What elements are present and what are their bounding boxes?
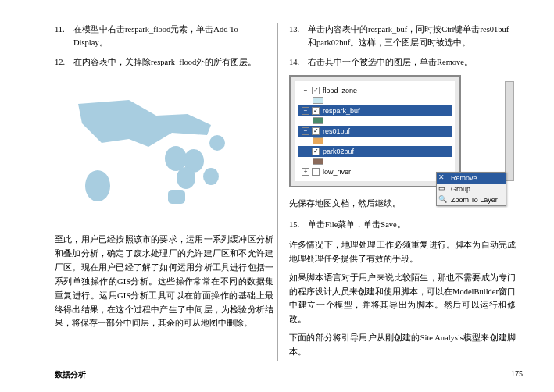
right-para3: 下面的部分将引导用户从刚创建的Site Analysis模型来创建脚本。 bbox=[289, 331, 516, 359]
menu-label: Group bbox=[451, 185, 470, 193]
swatch-park02 bbox=[313, 158, 323, 165]
layer-low-river[interactable]: + low_river bbox=[298, 166, 452, 177]
right-para2: 如果脚本语言对于用户来说比较陌生，那也不需要成为专门的程序设计人员来创建和使用脚… bbox=[289, 271, 516, 326]
remove-icon: ✕ bbox=[438, 173, 445, 181]
num-13: 13. bbox=[289, 23, 308, 50]
menu-remove[interactable]: ✕ Remove bbox=[437, 173, 506, 184]
txt-11: 在模型中右击respark_flood元素，单击Add To Display。 bbox=[73, 23, 273, 50]
txt-13: 单击内容表中的respark_buf，同时按Ctrl键单击res01buf和pa… bbox=[308, 23, 516, 50]
num-11: 11. bbox=[55, 23, 73, 50]
swatch-respark bbox=[313, 117, 323, 124]
list-item-14: 14. 右击其中一个被选中的图层，单击Remove。 bbox=[289, 56, 516, 69]
num-14: 14. bbox=[289, 56, 308, 69]
scrollbar[interactable] bbox=[505, 81, 514, 181]
layer-park02buf[interactable]: − ✓ park02buf bbox=[298, 146, 452, 157]
collapse-icon[interactable]: − bbox=[302, 87, 309, 94]
swatch-flood bbox=[313, 97, 323, 104]
svg-point-0 bbox=[165, 146, 187, 171]
checkbox-icon[interactable]: ✓ bbox=[312, 107, 320, 115]
map-illustration bbox=[55, 77, 273, 217]
menu-zoom[interactable]: 🔍 Zoom To Layer bbox=[437, 194, 506, 205]
checkbox-icon[interactable]: ✓ bbox=[312, 148, 320, 155]
footer-section: 数据分析 bbox=[55, 369, 86, 380]
list-item-15: 15. 单击File菜单，单击Save。 bbox=[289, 219, 516, 232]
group-icon: ▭ bbox=[438, 184, 445, 192]
zoom-icon: 🔍 bbox=[438, 195, 447, 203]
num-15: 15. bbox=[289, 219, 308, 232]
checkbox-icon[interactable] bbox=[312, 168, 320, 176]
svg-point-5 bbox=[209, 135, 225, 151]
txt-12: 在内容表中，关掉除respark_flood外的所有图层。 bbox=[73, 56, 273, 69]
page-number: 175 bbox=[511, 369, 523, 380]
collapse-icon[interactable]: − bbox=[302, 148, 309, 155]
checkbox-icon[interactable]: ✓ bbox=[312, 87, 320, 94]
menu-label: Remove bbox=[451, 174, 477, 182]
expand-icon[interactable]: + bbox=[302, 168, 309, 176]
layer-res01buf[interactable]: − ✓ res01buf bbox=[298, 126, 452, 137]
svg-point-2 bbox=[177, 167, 195, 189]
svg-rect-3 bbox=[168, 190, 185, 204]
layer-label: park02buf bbox=[323, 148, 354, 155]
list-item-12: 12. 在内容表中，关掉除respark_flood外的所有图层。 bbox=[55, 56, 273, 69]
svg-point-4 bbox=[85, 170, 110, 201]
checkbox-icon[interactable]: ✓ bbox=[312, 127, 320, 135]
layers-panel: − ✓ flood_zone − ✓ respark_buf − ✓ r bbox=[289, 75, 461, 187]
txt-15: 单击File菜单，单击Save。 bbox=[308, 219, 516, 232]
collapse-icon[interactable]: − bbox=[302, 127, 309, 135]
layer-flood-zone[interactable]: − ✓ flood_zone bbox=[298, 85, 452, 96]
layer-label: flood_zone bbox=[323, 87, 357, 94]
collapse-icon[interactable]: − bbox=[302, 107, 309, 115]
menu-label: Zoom To Layer bbox=[451, 196, 498, 204]
layer-label: respark_buf bbox=[323, 107, 360, 115]
context-menu: ✕ Remove ▭ Group 🔍 Zoom To Layer bbox=[436, 172, 506, 206]
svg-point-6 bbox=[203, 168, 219, 185]
list-item-11: 11. 在模型中右击respark_flood元素，单击Add To Displ… bbox=[55, 23, 273, 50]
column-divider bbox=[277, 23, 278, 361]
left-paragraph: 至此，用户已经按照该市的要求，运用一系列缓冲区分析和叠加分析，确定了废水处理厂的… bbox=[55, 233, 273, 330]
menu-group[interactable]: ▭ Group bbox=[437, 184, 506, 194]
swatch-res01 bbox=[313, 137, 323, 144]
txt-14: 右击其中一个被选中的图层，单击Remove。 bbox=[308, 56, 516, 69]
list-item-13: 13. 单击内容表中的respark_buf，同时按Ctrl键单击res01bu… bbox=[289, 23, 516, 50]
right-para1: 许多情况下，地理处理工作必须重复进行。脚本为自动完成地理处理任务提供了有效的手段… bbox=[289, 238, 516, 266]
num-12: 12. bbox=[55, 56, 73, 69]
layer-label: res01buf bbox=[323, 127, 350, 135]
layer-label: low_river bbox=[323, 168, 351, 176]
layer-respark-buf[interactable]: − ✓ respark_buf bbox=[298, 105, 452, 116]
page-footer: 数据分析 175 bbox=[55, 369, 523, 380]
